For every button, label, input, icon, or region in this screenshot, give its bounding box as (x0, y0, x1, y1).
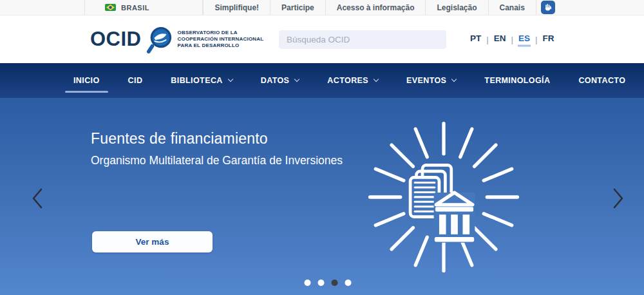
topbar-link-simplifique[interactable]: Simplifique! (203, 0, 270, 15)
nav-item-contacto[interactable]: CONTACTO (578, 76, 625, 85)
magnifier-globe-icon (146, 24, 173, 54)
lang-separator: | (482, 35, 493, 44)
nav-label: BIBLIOTECA (171, 76, 222, 85)
main-nav: INICIO CID BIBLIOTECA DATOS ACTORES EVEN… (0, 63, 644, 98)
carousel-dot-1[interactable] (305, 280, 311, 286)
hero-carousel: Fuentes de financiamiento Organismo Mult… (0, 98, 644, 295)
topbar-link-participe[interactable]: Participe (270, 0, 325, 15)
topbar-link-legislacao[interactable]: Legislação (425, 0, 488, 15)
nav-item-terminologia[interactable]: TERMINOLOGÍA (484, 76, 550, 85)
site-header: OCID OBSERVATORIO DE LA COOPERACIÓN INTE… (0, 15, 644, 63)
topbar-link-acesso-informacao[interactable]: Acesso à informação (325, 0, 426, 15)
brazil-flag-icon (105, 4, 116, 11)
gov-topbar: BRASIL Simplifique! Participe Acesso à i… (0, 0, 644, 15)
chevron-down-icon (451, 77, 457, 82)
vlibras-accessibility-button[interactable] (541, 1, 555, 14)
chevron-right-icon (611, 187, 626, 210)
ocid-logo-name: OBSERVATORIO DE LA COOPERACIÓN INTERNACI… (178, 30, 264, 49)
nav-label: CID (128, 76, 143, 85)
lang-pt[interactable]: PT (469, 32, 482, 47)
vlibras-hand-icon (544, 3, 553, 12)
ocid-logo-acronym: OCID (90, 28, 142, 51)
topbar-brand[interactable]: BRASIL (84, 0, 203, 15)
chevron-left-icon (30, 187, 45, 210)
chevron-down-icon (294, 77, 299, 82)
nav-label: TERMINOLOGÍA (484, 76, 550, 85)
nav-item-inicio[interactable]: INICIO (73, 76, 100, 85)
language-switcher: PT | EN | ES | FR (469, 32, 555, 47)
carousel-dots (305, 280, 352, 286)
search-input[interactable] (279, 30, 446, 49)
nav-item-cid[interactable]: CID (128, 76, 143, 85)
nav-item-eventos[interactable]: EVENTOS (406, 76, 456, 85)
lang-fr[interactable]: FR (542, 32, 555, 47)
logo-name-line-2: COOPERACIÓN INTERNACIONAL (178, 36, 264, 43)
carousel-dot-3[interactable] (332, 280, 338, 286)
logo-name-line-3: PARA EL DESARROLLO (178, 43, 264, 49)
lang-es[interactable]: ES (518, 32, 531, 47)
carousel-prev-button[interactable] (28, 186, 46, 211)
carousel-next-button[interactable] (609, 186, 627, 211)
topbar-links: Simplifique! Participe Acesso à informaç… (203, 0, 536, 15)
nav-item-actores[interactable]: ACTORES (327, 76, 378, 85)
nav-label: CONTACTO (578, 76, 625, 85)
nav-label: EVENTOS (406, 76, 446, 85)
ver-mas-button[interactable]: Ver más (92, 231, 213, 252)
lang-en[interactable]: EN (493, 32, 507, 47)
chevron-down-icon (227, 77, 232, 82)
nav-item-datos[interactable]: DATOS (261, 76, 299, 85)
topbar-brand-label: BRASIL (121, 4, 149, 12)
documents-bank-rays-illustration (368, 121, 520, 273)
carousel-dot-2[interactable] (318, 280, 325, 286)
logo-name-line-1: OBSERVATORIO DE LA (178, 30, 264, 36)
ocid-logo[interactable]: OCID OBSERVATORIO DE LA COOPERACIÓN INTE… (90, 24, 263, 54)
lang-separator: | (507, 35, 518, 44)
nav-label: INICIO (73, 76, 100, 85)
nav-label: DATOS (261, 76, 290, 85)
lang-separator: | (531, 35, 542, 44)
carousel-dot-4[interactable] (345, 280, 352, 286)
nav-item-biblioteca[interactable]: BIBLIOTECA (171, 76, 232, 85)
chevron-down-icon (374, 77, 379, 82)
slide-subtitle: Organismo Multilateral de Garantía de In… (91, 154, 343, 167)
nav-label: ACTORES (327, 76, 368, 85)
slide-title: Fuentes de financiamiento (91, 130, 268, 148)
topbar-link-canais[interactable]: Canais (488, 0, 536, 15)
